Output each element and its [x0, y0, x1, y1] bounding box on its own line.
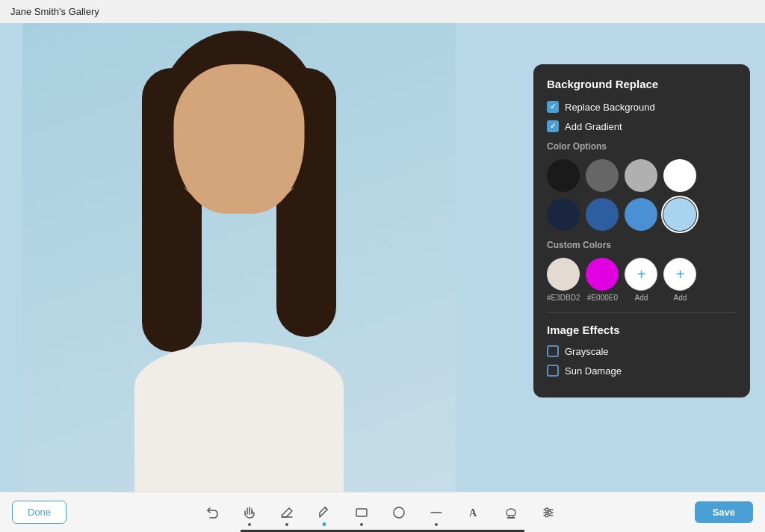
swatch-medium-blue[interactable]: [586, 198, 619, 231]
custom-color-magenta[interactable]: #E000E0: [586, 258, 619, 302]
eraser-tool[interactable]: [276, 502, 297, 523]
add-gradient-label: Add Gradient: [565, 121, 622, 132]
body-shoulders: [134, 342, 344, 492]
title-bar: Jane Smith's Gallery: [0, 0, 765, 23]
grayscale-checkbox[interactable]: [547, 345, 559, 357]
svg-line-2: [325, 507, 327, 510]
custom-color-add1[interactable]: + Add: [625, 258, 657, 302]
sun-damage-checkbox[interactable]: [547, 365, 559, 377]
main-canvas-area: Background Replace ✓ Replace Background …: [0, 23, 765, 492]
circle-tool[interactable]: [388, 502, 409, 523]
swatch-light-blue[interactable]: [663, 198, 696, 231]
gallery-title: Jane Smith's Gallery: [10, 6, 99, 17]
swatch-light-gray[interactable]: [625, 159, 657, 192]
pan-dot: [248, 523, 251, 526]
swatch-dark-navy[interactable]: [547, 198, 580, 231]
rectangle-tool[interactable]: [351, 502, 372, 523]
magenta-label: #E000E0: [587, 294, 618, 302]
sun-damage-label: Sun Damage: [565, 365, 622, 377]
add-gradient-row[interactable]: ✓ Add Gradient: [547, 120, 737, 132]
custom-color-add2[interactable]: + Add: [663, 258, 696, 302]
line-tool[interactable]: [426, 502, 447, 523]
check-icon: ✓: [550, 103, 556, 111]
beige-circle[interactable]: [547, 258, 580, 291]
add1-label: Add: [635, 294, 648, 302]
svg-point-13: [545, 514, 548, 517]
custom-colors-row: #E3DBD2 #E000E0 + Add + Add: [547, 258, 737, 302]
face: [174, 64, 305, 214]
pan-tool[interactable]: [239, 502, 260, 523]
add2-circle[interactable]: +: [663, 258, 696, 291]
eraser-dot: [285, 523, 288, 526]
swatch-white[interactable]: [663, 159, 696, 192]
line-dot: [435, 523, 438, 526]
replace-background-label: Replace Background: [565, 102, 655, 113]
svg-point-4: [394, 507, 404, 518]
undo-tool[interactable]: [202, 502, 223, 523]
text-tool[interactable]: A: [463, 502, 484, 523]
rect-dot: [360, 523, 363, 526]
sliders-tool[interactable]: [538, 502, 559, 523]
svg-point-11: [545, 508, 548, 511]
sun-damage-row[interactable]: Sun Damage: [547, 365, 737, 377]
add2-label: Add: [674, 294, 687, 302]
svg-text:A: A: [469, 507, 477, 519]
swatch-black[interactable]: [547, 159, 580, 192]
done-button[interactable]: Done: [12, 501, 66, 524]
custom-color-beige[interactable]: #E3DBD2: [547, 258, 580, 302]
panel-title: Background Replace: [547, 78, 737, 90]
swatch-sky-blue[interactable]: [625, 198, 657, 231]
grayscale-row[interactable]: Grayscale: [547, 345, 737, 357]
magenta-circle[interactable]: [586, 258, 619, 291]
beige-label: #E3DBD2: [547, 294, 580, 302]
toolbar-left: Done: [12, 501, 66, 524]
color-options-label: Color Options: [547, 141, 737, 152]
stamp-tool[interactable]: [501, 502, 521, 523]
custom-colors-label: Custom Colors: [547, 240, 737, 250]
toolbar-right: Save: [695, 501, 753, 523]
swatch-dark-gray[interactable]: [586, 159, 619, 192]
replace-background-checkbox[interactable]: ✓: [547, 101, 559, 113]
toolbar: Done: [0, 492, 765, 532]
background-replace-panel: Background Replace ✓ Replace Background …: [533, 64, 750, 398]
pen-tool[interactable]: [314, 502, 335, 523]
save-button[interactable]: Save: [695, 501, 753, 523]
check-icon-gradient: ✓: [550, 123, 556, 130]
replace-background-row[interactable]: ✓ Replace Background: [547, 101, 737, 113]
portrait: [22, 23, 456, 492]
svg-rect-3: [356, 509, 367, 516]
panel-divider: [547, 312, 737, 313]
svg-point-12: [548, 511, 551, 514]
photo-area: [22, 23, 456, 492]
color-swatches-grid: [547, 159, 737, 231]
image-effects-title: Image Effects: [547, 324, 737, 336]
grayscale-label: Grayscale: [565, 346, 609, 357]
add-gradient-checkbox[interactable]: ✓: [547, 120, 559, 132]
add1-circle[interactable]: +: [625, 258, 657, 291]
toolbar-center: A: [66, 502, 695, 523]
